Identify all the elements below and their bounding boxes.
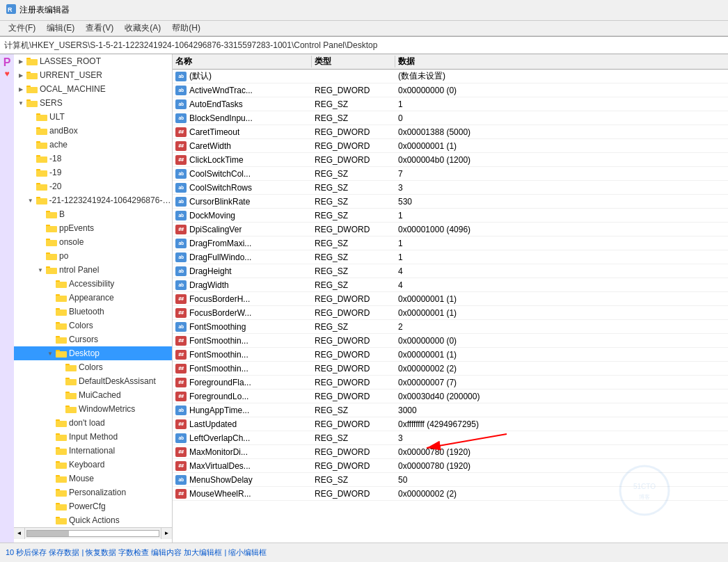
- tree-item[interactable]: Colors: [14, 319, 172, 332]
- tree-item[interactable]: po: [14, 249, 172, 263]
- tree-item[interactable]: Cursors: [14, 332, 172, 346]
- expand-arrow-icon[interactable]: [46, 516, 54, 524]
- expand-arrow-icon[interactable]: [46, 335, 54, 344]
- table-row[interactable]: abFontSmoothingREG_SZ2: [173, 320, 728, 334]
- table-row[interactable]: abDragHeightREG_SZ4: [173, 264, 728, 278]
- expand-arrow-icon[interactable]: [46, 294, 54, 302]
- table-row[interactable]: ##FocusBorderW...REG_DWORD0x00000001 (1): [173, 306, 728, 320]
- table-row[interactable]: abCoolSwitchCol...REG_SZ7: [173, 167, 728, 181]
- expand-arrow-icon[interactable]: ▼: [36, 266, 45, 274]
- menu-view[interactable]: 查看(V): [80, 21, 119, 35]
- table-row[interactable]: abDragFromMaxi...REG_SZ1: [173, 236, 728, 250]
- tree-item[interactable]: ▼Desktop: [14, 346, 172, 360]
- table-row[interactable]: ab(默认)(数值未设置): [173, 70, 728, 83]
- tree-item[interactable]: WindowMetrics: [14, 402, 172, 416]
- tree-item[interactable]: ppEvents: [14, 221, 172, 235]
- table-row[interactable]: abMenuShowDelayREG_SZ50: [173, 473, 728, 487]
- tree-item[interactable]: B: [14, 207, 172, 221]
- expand-arrow-icon[interactable]: [46, 433, 54, 441]
- scrollbar-thumb[interactable]: [27, 531, 69, 536]
- table-row[interactable]: abDockMovingREG_SZ1: [173, 209, 728, 223]
- expand-arrow-icon[interactable]: [36, 224, 45, 232]
- scrollbar-track[interactable]: [26, 530, 159, 537]
- expand-arrow-icon[interactable]: ▼: [17, 99, 25, 107]
- tree-item[interactable]: DefaultDeskAssisant: [14, 374, 172, 388]
- expand-arrow-icon[interactable]: [36, 238, 45, 246]
- tree-item[interactable]: Accessibility: [14, 277, 172, 291]
- expand-arrow-icon[interactable]: ▼: [26, 196, 35, 204]
- tree-item[interactable]: -19: [14, 166, 172, 179]
- expand-arrow-icon[interactable]: [56, 405, 64, 413]
- tree-item[interactable]: Colors: [14, 360, 172, 374]
- tree-item[interactable]: International: [14, 444, 172, 458]
- tree-item[interactable]: Input Method: [14, 430, 172, 444]
- tree-item[interactable]: onsole: [14, 235, 172, 249]
- expand-arrow-icon[interactable]: ▶: [17, 85, 25, 93]
- tree-item[interactable]: ULT: [14, 110, 172, 124]
- tree-item[interactable]: don't load: [14, 416, 172, 430]
- expand-arrow-icon[interactable]: [26, 127, 35, 135]
- table-row[interactable]: ##ForegroundLo...REG_DWORD0x00030d40 (20…: [173, 390, 728, 403]
- table-row[interactable]: abHungAppTime...REG_SZ3000: [173, 403, 728, 417]
- expand-arrow-icon[interactable]: [26, 182, 35, 191]
- expand-arrow-icon[interactable]: [36, 210, 45, 218]
- expand-arrow-icon[interactable]: [46, 419, 54, 427]
- tree-item[interactable]: Quick Actions: [14, 513, 172, 527]
- table-row[interactable]: abCursorBlinkRateREG_SZ530: [173, 195, 728, 209]
- menu-file[interactable]: 文件(F): [3, 21, 41, 35]
- table-row[interactable]: abDragWidthREG_SZ4: [173, 278, 728, 292]
- table-row[interactable]: ##CaretWidthREG_DWORD0x00000001 (1): [173, 139, 728, 153]
- right-panel[interactable]: 名称 类型 数据 ab(默认)(数值未设置)abActiveWndTrac...…: [173, 54, 728, 543]
- table-row[interactable]: abAutoEndTasksREG_SZ1: [173, 97, 728, 111]
- expand-arrow-icon[interactable]: [26, 113, 35, 121]
- table-row[interactable]: ##ClickLockTimeREG_DWORD0x000004b0 (1200…: [173, 153, 728, 167]
- tree-item[interactable]: ▶URRENT_USER: [14, 68, 172, 82]
- expand-arrow-icon[interactable]: [56, 377, 64, 385]
- table-row[interactable]: ##LastUpdatedREG_DWORD0xffffffff (429496…: [173, 417, 728, 431]
- expand-arrow-icon[interactable]: [46, 447, 54, 455]
- table-row[interactable]: ##FontSmoothin...REG_DWORD0x00000000 (0): [173, 334, 728, 348]
- tree-item[interactable]: PowerCfg: [14, 499, 172, 513]
- scroll-right-btn[interactable]: ►: [161, 528, 172, 539]
- table-row[interactable]: ##MouseWheelR...REG_DWORD0x00000002 (2): [173, 487, 728, 501]
- expand-arrow-icon[interactable]: ▶: [17, 57, 25, 65]
- bottom-scrollbar[interactable]: ◄ ►: [14, 527, 172, 538]
- tree-item[interactable]: Keyboard: [14, 458, 172, 472]
- expand-arrow-icon[interactable]: [46, 474, 54, 483]
- menu-edit[interactable]: 编辑(E): [41, 21, 80, 35]
- expand-arrow-icon[interactable]: [46, 502, 54, 511]
- menu-favorites[interactable]: 收藏夹(A): [119, 21, 166, 35]
- table-row[interactable]: ##MaxVirtualDes...REG_DWORD0x00000780 (1…: [173, 459, 728, 473]
- expand-arrow-icon[interactable]: [56, 363, 64, 371]
- tree-item[interactable]: Appearance: [14, 291, 172, 305]
- table-row[interactable]: abBlockSendInpu...REG_SZ0: [173, 111, 728, 125]
- table-row[interactable]: abActiveWndTrac...REG_DWORD0x00000000 (0…: [173, 83, 728, 97]
- table-row[interactable]: ##ForegroundFla...REG_DWORD0x00000007 (7…: [173, 376, 728, 390]
- expand-arrow-icon[interactable]: [26, 140, 35, 149]
- expand-arrow-icon[interactable]: [36, 252, 45, 260]
- expand-arrow-icon[interactable]: [26, 168, 35, 177]
- expand-arrow-icon[interactable]: [46, 321, 54, 330]
- expand-arrow-icon[interactable]: [56, 391, 64, 399]
- tree-item[interactable]: ▼SERS: [14, 96, 172, 110]
- expand-arrow-icon[interactable]: [46, 307, 54, 316]
- table-row[interactable]: ##FontSmoothin...REG_DWORD0x00000002 (2): [173, 362, 728, 376]
- scroll-left-btn[interactable]: ◄: [14, 528, 25, 539]
- expand-arrow-icon[interactable]: [46, 280, 54, 288]
- table-row[interactable]: abDragFullWindo...REG_SZ1: [173, 250, 728, 264]
- expand-arrow-icon[interactable]: ▶: [17, 71, 25, 79]
- table-row[interactable]: abCoolSwitchRowsREG_SZ3: [173, 181, 728, 195]
- table-row[interactable]: ##FocusBorderH...REG_DWORD0x00000001 (1): [173, 292, 728, 306]
- expand-arrow-icon[interactable]: ▼: [46, 349, 54, 358]
- tree-item[interactable]: ▶OCAL_MACHINE: [14, 82, 172, 96]
- tree-item[interactable]: andBox: [14, 124, 172, 138]
- tree-item[interactable]: ▼ntrol Panel: [14, 263, 172, 277]
- tree-item[interactable]: Bluetooth: [14, 305, 172, 319]
- expand-arrow-icon[interactable]: [46, 488, 54, 497]
- tree-item[interactable]: MuiCached: [14, 388, 172, 402]
- table-row[interactable]: abLeftOverlapCh...REG_SZ3: [173, 431, 728, 445]
- tree-item[interactable]: ▶LASSES_ROOT: [14, 54, 172, 68]
- tree-item[interactable]: Mouse: [14, 472, 172, 485]
- expand-arrow-icon[interactable]: [46, 460, 54, 469]
- tree-item[interactable]: -20: [14, 179, 172, 193]
